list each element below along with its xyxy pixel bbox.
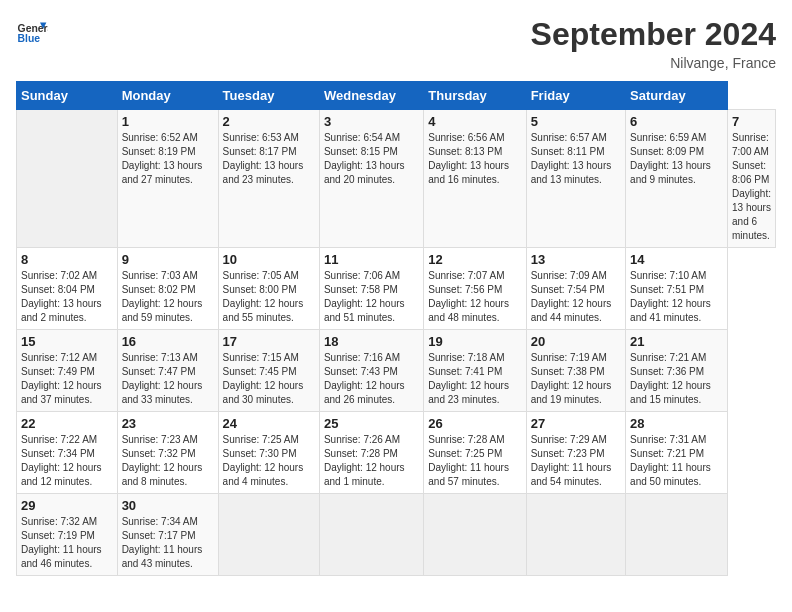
- logo-icon: General Blue: [16, 16, 48, 48]
- day-detail: Sunrise: 7:00 AM Sunset: 8:06 PM Dayligh…: [732, 131, 771, 243]
- day-number: 21: [630, 334, 723, 349]
- day-detail: Sunrise: 7:18 AM Sunset: 7:41 PM Dayligh…: [428, 351, 521, 407]
- day-detail: Sunrise: 7:15 AM Sunset: 7:45 PM Dayligh…: [223, 351, 315, 407]
- day-detail: Sunrise: 7:02 AM Sunset: 8:04 PM Dayligh…: [21, 269, 113, 325]
- day-number: 8: [21, 252, 113, 267]
- week-row-2: 15Sunrise: 7:12 AM Sunset: 7:49 PM Dayli…: [17, 330, 776, 412]
- day-cell-21: 21Sunrise: 7:21 AM Sunset: 7:36 PM Dayli…: [626, 330, 728, 412]
- svg-text:Blue: Blue: [18, 33, 41, 44]
- day-detail: Sunrise: 6:57 AM Sunset: 8:11 PM Dayligh…: [531, 131, 621, 187]
- day-number: 9: [122, 252, 214, 267]
- day-cell-3: 3Sunrise: 6:54 AM Sunset: 8:15 PM Daylig…: [319, 110, 423, 248]
- empty-cell: [526, 494, 625, 576]
- header-cell-friday: Friday: [526, 82, 625, 110]
- calendar-table: SundayMondayTuesdayWednesdayThursdayFrid…: [16, 81, 776, 576]
- day-number: 29: [21, 498, 113, 513]
- day-detail: Sunrise: 7:19 AM Sunset: 7:38 PM Dayligh…: [531, 351, 621, 407]
- day-cell-28: 28Sunrise: 7:31 AM Sunset: 7:21 PM Dayli…: [626, 412, 728, 494]
- day-number: 30: [122, 498, 214, 513]
- day-number: 3: [324, 114, 419, 129]
- day-number: 28: [630, 416, 723, 431]
- day-number: 6: [630, 114, 723, 129]
- day-cell-22: 22Sunrise: 7:22 AM Sunset: 7:34 PM Dayli…: [17, 412, 118, 494]
- day-cell-26: 26Sunrise: 7:28 AM Sunset: 7:25 PM Dayli…: [424, 412, 526, 494]
- day-detail: Sunrise: 7:07 AM Sunset: 7:56 PM Dayligh…: [428, 269, 521, 325]
- day-detail: Sunrise: 7:26 AM Sunset: 7:28 PM Dayligh…: [324, 433, 419, 489]
- empty-cell: [424, 494, 526, 576]
- day-detail: Sunrise: 7:32 AM Sunset: 7:19 PM Dayligh…: [21, 515, 113, 571]
- header-cell-sunday: Sunday: [17, 82, 118, 110]
- day-cell-5: 5Sunrise: 6:57 AM Sunset: 8:11 PM Daylig…: [526, 110, 625, 248]
- day-number: 11: [324, 252, 419, 267]
- day-detail: Sunrise: 7:09 AM Sunset: 7:54 PM Dayligh…: [531, 269, 621, 325]
- day-cell-25: 25Sunrise: 7:26 AM Sunset: 7:28 PM Dayli…: [319, 412, 423, 494]
- location: Nilvange, France: [531, 55, 776, 71]
- day-detail: Sunrise: 7:13 AM Sunset: 7:47 PM Dayligh…: [122, 351, 214, 407]
- day-detail: Sunrise: 7:34 AM Sunset: 7:17 PM Dayligh…: [122, 515, 214, 571]
- day-detail: Sunrise: 7:31 AM Sunset: 7:21 PM Dayligh…: [630, 433, 723, 489]
- day-cell-18: 18Sunrise: 7:16 AM Sunset: 7:43 PM Dayli…: [319, 330, 423, 412]
- day-cell-27: 27Sunrise: 7:29 AM Sunset: 7:23 PM Dayli…: [526, 412, 625, 494]
- day-number: 24: [223, 416, 315, 431]
- day-number: 16: [122, 334, 214, 349]
- day-detail: Sunrise: 7:28 AM Sunset: 7:25 PM Dayligh…: [428, 433, 521, 489]
- day-cell-29: 29Sunrise: 7:32 AM Sunset: 7:19 PM Dayli…: [17, 494, 118, 576]
- day-number: 17: [223, 334, 315, 349]
- day-cell-13: 13Sunrise: 7:09 AM Sunset: 7:54 PM Dayli…: [526, 248, 625, 330]
- day-detail: Sunrise: 7:25 AM Sunset: 7:30 PM Dayligh…: [223, 433, 315, 489]
- day-number: 15: [21, 334, 113, 349]
- day-cell-16: 16Sunrise: 7:13 AM Sunset: 7:47 PM Dayli…: [117, 330, 218, 412]
- day-detail: Sunrise: 7:23 AM Sunset: 7:32 PM Dayligh…: [122, 433, 214, 489]
- day-detail: Sunrise: 6:56 AM Sunset: 8:13 PM Dayligh…: [428, 131, 521, 187]
- week-row-0: 1Sunrise: 6:52 AM Sunset: 8:19 PM Daylig…: [17, 110, 776, 248]
- day-number: 2: [223, 114, 315, 129]
- day-number: 19: [428, 334, 521, 349]
- day-number: 26: [428, 416, 521, 431]
- day-number: 4: [428, 114, 521, 129]
- day-cell-6: 6Sunrise: 6:59 AM Sunset: 8:09 PM Daylig…: [626, 110, 728, 248]
- day-detail: Sunrise: 7:16 AM Sunset: 7:43 PM Dayligh…: [324, 351, 419, 407]
- calendar-body: 1Sunrise: 6:52 AM Sunset: 8:19 PM Daylig…: [17, 110, 776, 576]
- calendar-header: SundayMondayTuesdayWednesdayThursdayFrid…: [17, 82, 776, 110]
- header-cell-thursday: Thursday: [424, 82, 526, 110]
- day-number: 5: [531, 114, 621, 129]
- day-detail: Sunrise: 6:53 AM Sunset: 8:17 PM Dayligh…: [223, 131, 315, 187]
- day-detail: Sunrise: 6:59 AM Sunset: 8:09 PM Dayligh…: [630, 131, 723, 187]
- day-cell-2: 2Sunrise: 6:53 AM Sunset: 8:17 PM Daylig…: [218, 110, 319, 248]
- day-cell-8: 8Sunrise: 7:02 AM Sunset: 8:04 PM Daylig…: [17, 248, 118, 330]
- day-detail: Sunrise: 7:22 AM Sunset: 7:34 PM Dayligh…: [21, 433, 113, 489]
- day-detail: Sunrise: 6:52 AM Sunset: 8:19 PM Dayligh…: [122, 131, 214, 187]
- header-row: SundayMondayTuesdayWednesdayThursdayFrid…: [17, 82, 776, 110]
- day-cell-19: 19Sunrise: 7:18 AM Sunset: 7:41 PM Dayli…: [424, 330, 526, 412]
- day-number: 25: [324, 416, 419, 431]
- day-number: 23: [122, 416, 214, 431]
- week-row-3: 22Sunrise: 7:22 AM Sunset: 7:34 PM Dayli…: [17, 412, 776, 494]
- day-number: 27: [531, 416, 621, 431]
- day-cell-9: 9Sunrise: 7:03 AM Sunset: 8:02 PM Daylig…: [117, 248, 218, 330]
- day-cell-4: 4Sunrise: 6:56 AM Sunset: 8:13 PM Daylig…: [424, 110, 526, 248]
- day-detail: Sunrise: 7:12 AM Sunset: 7:49 PM Dayligh…: [21, 351, 113, 407]
- day-number: 14: [630, 252, 723, 267]
- day-detail: Sunrise: 6:54 AM Sunset: 8:15 PM Dayligh…: [324, 131, 419, 187]
- day-number: 12: [428, 252, 521, 267]
- day-cell-23: 23Sunrise: 7:23 AM Sunset: 7:32 PM Dayli…: [117, 412, 218, 494]
- empty-cell: [319, 494, 423, 576]
- day-cell-7: 7Sunrise: 7:00 AM Sunset: 8:06 PM Daylig…: [728, 110, 776, 248]
- day-number: 18: [324, 334, 419, 349]
- day-number: 10: [223, 252, 315, 267]
- day-cell-11: 11Sunrise: 7:06 AM Sunset: 7:58 PM Dayli…: [319, 248, 423, 330]
- day-number: 7: [732, 114, 771, 129]
- day-detail: Sunrise: 7:03 AM Sunset: 8:02 PM Dayligh…: [122, 269, 214, 325]
- day-detail: Sunrise: 7:06 AM Sunset: 7:58 PM Dayligh…: [324, 269, 419, 325]
- day-detail: Sunrise: 7:10 AM Sunset: 7:51 PM Dayligh…: [630, 269, 723, 325]
- day-cell-17: 17Sunrise: 7:15 AM Sunset: 7:45 PM Dayli…: [218, 330, 319, 412]
- day-cell-12: 12Sunrise: 7:07 AM Sunset: 7:56 PM Dayli…: [424, 248, 526, 330]
- day-number: 20: [531, 334, 621, 349]
- header-cell-monday: Monday: [117, 82, 218, 110]
- empty-cell: [218, 494, 319, 576]
- day-number: 13: [531, 252, 621, 267]
- day-cell-14: 14Sunrise: 7:10 AM Sunset: 7:51 PM Dayli…: [626, 248, 728, 330]
- day-number: 22: [21, 416, 113, 431]
- day-cell-1: 1Sunrise: 6:52 AM Sunset: 8:19 PM Daylig…: [117, 110, 218, 248]
- week-row-4: 29Sunrise: 7:32 AM Sunset: 7:19 PM Dayli…: [17, 494, 776, 576]
